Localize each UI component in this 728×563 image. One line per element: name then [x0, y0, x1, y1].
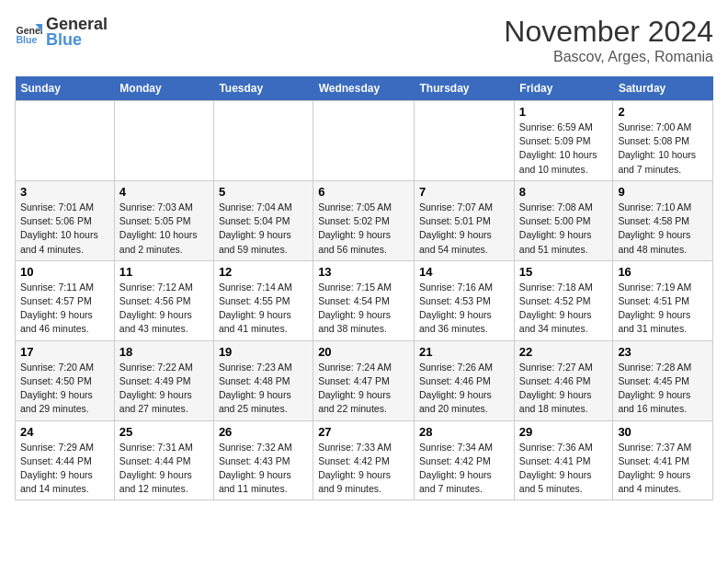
calendar-cell	[313, 101, 415, 181]
day-number: 4	[119, 185, 209, 199]
logo: General Blue General Blue	[15, 15, 108, 50]
day-number: 24	[20, 425, 109, 439]
day-info: Sunrise: 7:22 AM Sunset: 4:49 PM Dayligh…	[119, 361, 209, 417]
day-info: Sunrise: 7:37 AM Sunset: 4:41 PM Dayligh…	[618, 441, 708, 497]
day-number: 5	[219, 185, 308, 199]
calendar-cell: 23Sunrise: 7:28 AM Sunset: 4:45 PM Dayli…	[613, 340, 713, 420]
calendar-cell: 7Sunrise: 7:07 AM Sunset: 5:01 PM Daylig…	[415, 180, 515, 260]
calendar-cell: 8Sunrise: 7:08 AM Sunset: 5:00 PM Daylig…	[514, 180, 613, 260]
calendar-cell: 14Sunrise: 7:16 AM Sunset: 4:53 PM Dayli…	[415, 260, 515, 340]
weekday-header-sunday: Sunday	[16, 76, 115, 101]
calendar-cell	[415, 101, 515, 181]
location-subtitle: Bascov, Arges, Romania	[504, 49, 713, 65]
logo-icon: General Blue	[15, 18, 42, 46]
day-info: Sunrise: 7:20 AM Sunset: 4:50 PM Dayligh…	[20, 361, 109, 417]
calendar-cell: 6Sunrise: 7:05 AM Sunset: 5:02 PM Daylig…	[313, 180, 415, 260]
weekday-header-thursday: Thursday	[415, 76, 515, 101]
calendar-cell: 22Sunrise: 7:27 AM Sunset: 4:46 PM Dayli…	[514, 340, 613, 420]
weekday-header-tuesday: Tuesday	[213, 76, 313, 101]
calendar-cell: 9Sunrise: 7:10 AM Sunset: 4:58 PM Daylig…	[613, 180, 713, 260]
day-info: Sunrise: 7:33 AM Sunset: 4:42 PM Dayligh…	[318, 441, 409, 497]
day-number: 19	[219, 345, 308, 359]
day-number: 6	[318, 185, 409, 199]
day-info: Sunrise: 7:01 AM Sunset: 5:06 PM Dayligh…	[20, 201, 109, 257]
day-info: Sunrise: 7:10 AM Sunset: 4:58 PM Dayligh…	[618, 201, 708, 257]
day-info: Sunrise: 7:12 AM Sunset: 4:56 PM Dayligh…	[119, 281, 209, 337]
day-number: 1	[519, 105, 609, 119]
calendar-cell: 5Sunrise: 7:04 AM Sunset: 5:04 PM Daylig…	[213, 180, 313, 260]
svg-text:Blue: Blue	[17, 34, 38, 45]
calendar-cell: 15Sunrise: 7:18 AM Sunset: 4:52 PM Dayli…	[514, 260, 613, 340]
day-info: Sunrise: 7:28 AM Sunset: 4:45 PM Dayligh…	[618, 361, 708, 417]
day-info: Sunrise: 7:03 AM Sunset: 5:05 PM Dayligh…	[119, 201, 209, 257]
day-info: Sunrise: 7:26 AM Sunset: 4:46 PM Dayligh…	[419, 361, 509, 417]
calendar-cell: 26Sunrise: 7:32 AM Sunset: 4:43 PM Dayli…	[213, 420, 313, 500]
calendar-cell: 29Sunrise: 7:36 AM Sunset: 4:41 PM Dayli…	[514, 420, 613, 500]
calendar-cell	[114, 101, 213, 181]
day-number: 29	[519, 425, 609, 439]
month-title: November 2024	[504, 15, 713, 49]
day-number: 2	[618, 105, 708, 119]
day-info: Sunrise: 7:18 AM Sunset: 4:52 PM Dayligh…	[519, 281, 609, 337]
day-info: Sunrise: 7:14 AM Sunset: 4:55 PM Dayligh…	[219, 281, 308, 337]
calendar-cell: 4Sunrise: 7:03 AM Sunset: 5:05 PM Daylig…	[114, 180, 213, 260]
day-info: Sunrise: 7:07 AM Sunset: 5:01 PM Dayligh…	[419, 201, 509, 257]
calendar-cell: 30Sunrise: 7:37 AM Sunset: 4:41 PM Dayli…	[613, 420, 713, 500]
calendar-cell: 13Sunrise: 7:15 AM Sunset: 4:54 PM Dayli…	[313, 260, 415, 340]
day-number: 22	[519, 345, 609, 359]
day-number: 25	[119, 425, 209, 439]
calendar-cell: 1Sunrise: 6:59 AM Sunset: 5:09 PM Daylig…	[514, 101, 613, 181]
calendar-cell	[213, 101, 313, 181]
calendar-cell: 3Sunrise: 7:01 AM Sunset: 5:06 PM Daylig…	[16, 180, 115, 260]
calendar-cell: 27Sunrise: 7:33 AM Sunset: 4:42 PM Dayli…	[313, 420, 415, 500]
calendar-cell: 10Sunrise: 7:11 AM Sunset: 4:57 PM Dayli…	[16, 260, 115, 340]
day-number: 10	[20, 265, 109, 279]
day-number: 3	[20, 185, 109, 199]
page-header: General Blue General Blue November 2024 …	[15, 15, 713, 65]
calendar-cell: 16Sunrise: 7:19 AM Sunset: 4:51 PM Dayli…	[613, 260, 713, 340]
day-number: 8	[519, 185, 609, 199]
day-info: Sunrise: 7:16 AM Sunset: 4:53 PM Dayligh…	[419, 281, 509, 337]
day-info: Sunrise: 7:29 AM Sunset: 4:44 PM Dayligh…	[20, 441, 109, 497]
day-info: Sunrise: 7:11 AM Sunset: 4:57 PM Dayligh…	[20, 281, 109, 337]
day-info: Sunrise: 7:05 AM Sunset: 5:02 PM Dayligh…	[318, 201, 409, 257]
day-number: 23	[618, 345, 708, 359]
day-number: 27	[318, 425, 409, 439]
day-number: 7	[419, 185, 509, 199]
calendar-cell: 21Sunrise: 7:26 AM Sunset: 4:46 PM Dayli…	[415, 340, 515, 420]
weekday-header-friday: Friday	[514, 76, 613, 101]
day-number: 20	[318, 345, 409, 359]
day-info: Sunrise: 7:19 AM Sunset: 4:51 PM Dayligh…	[618, 281, 708, 337]
day-number: 21	[419, 345, 509, 359]
day-info: Sunrise: 6:59 AM Sunset: 5:09 PM Dayligh…	[519, 121, 609, 177]
day-info: Sunrise: 7:04 AM Sunset: 5:04 PM Dayligh…	[219, 201, 308, 257]
calendar-cell: 25Sunrise: 7:31 AM Sunset: 4:44 PM Dayli…	[114, 420, 213, 500]
day-number: 17	[20, 345, 109, 359]
day-info: Sunrise: 7:36 AM Sunset: 4:41 PM Dayligh…	[519, 441, 609, 497]
day-info: Sunrise: 7:24 AM Sunset: 4:47 PM Dayligh…	[318, 361, 409, 417]
calendar-cell: 2Sunrise: 7:00 AM Sunset: 5:08 PM Daylig…	[613, 101, 713, 181]
calendar-cell: 24Sunrise: 7:29 AM Sunset: 4:44 PM Dayli…	[16, 420, 115, 500]
day-info: Sunrise: 7:15 AM Sunset: 4:54 PM Dayligh…	[318, 281, 409, 337]
day-number: 26	[219, 425, 308, 439]
calendar-cell: 11Sunrise: 7:12 AM Sunset: 4:56 PM Dayli…	[114, 260, 213, 340]
weekday-header-saturday: Saturday	[613, 76, 713, 101]
day-number: 9	[618, 185, 708, 199]
day-number: 28	[419, 425, 509, 439]
day-info: Sunrise: 7:23 AM Sunset: 4:48 PM Dayligh…	[219, 361, 308, 417]
day-number: 16	[618, 265, 708, 279]
day-info: Sunrise: 7:32 AM Sunset: 4:43 PM Dayligh…	[219, 441, 308, 497]
day-info: Sunrise: 7:00 AM Sunset: 5:08 PM Dayligh…	[618, 121, 708, 177]
day-number: 30	[618, 425, 708, 439]
day-number: 12	[219, 265, 308, 279]
day-number: 13	[318, 265, 409, 279]
day-number: 11	[119, 265, 209, 279]
day-info: Sunrise: 7:27 AM Sunset: 4:46 PM Dayligh…	[519, 361, 609, 417]
calendar-cell: 18Sunrise: 7:22 AM Sunset: 4:49 PM Dayli…	[114, 340, 213, 420]
calendar-cell: 12Sunrise: 7:14 AM Sunset: 4:55 PM Dayli…	[213, 260, 313, 340]
day-info: Sunrise: 7:08 AM Sunset: 5:00 PM Dayligh…	[519, 201, 609, 257]
day-number: 18	[119, 345, 209, 359]
calendar-cell: 17Sunrise: 7:20 AM Sunset: 4:50 PM Dayli…	[16, 340, 115, 420]
day-info: Sunrise: 7:31 AM Sunset: 4:44 PM Dayligh…	[119, 441, 209, 497]
day-info: Sunrise: 7:34 AM Sunset: 4:42 PM Dayligh…	[419, 441, 509, 497]
